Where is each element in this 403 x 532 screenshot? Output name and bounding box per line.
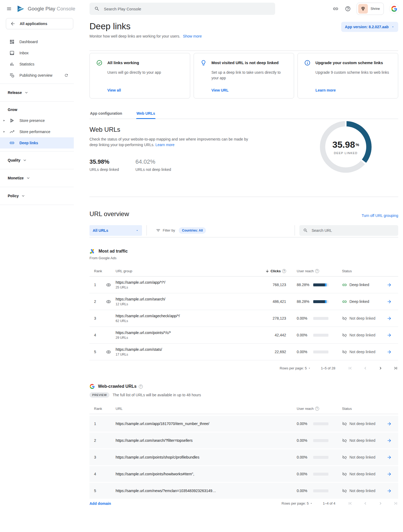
sidebar-item-store-performance[interactable]: Store performance	[0, 126, 74, 137]
refresh-icon[interactable]	[64, 73, 68, 77]
tab-app-configuration[interactable]: App configuration	[89, 109, 123, 119]
status-label: Not deep linked	[349, 350, 375, 354]
rank-value: 4	[89, 472, 116, 476]
user-reach-cell: 88.28%	[286, 299, 329, 304]
user-reach-cell: 88.28%	[286, 283, 329, 287]
web-crawled-table-row: 4 https://sample.url.com/points/howitwor…	[89, 466, 398, 482]
sidebar-section-monetize[interactable]: Monetize	[0, 172, 74, 184]
stat-deep-linked: 35.98% URLs deep linked	[89, 158, 119, 172]
sidebar-item-store-presence[interactable]: Store presence	[0, 115, 74, 126]
all-applications-button[interactable]: All applications	[6, 18, 73, 29]
show-more-link[interactable]: Show more	[183, 34, 202, 38]
url-group-value: https://sample.url.com/points/*/c/*	[116, 331, 217, 335]
stat-label: URLs deep linked	[89, 167, 119, 172]
back-arrow-icon	[10, 21, 15, 26]
app-selector[interactable]: Shrine	[357, 3, 384, 15]
countries-filter-chip[interactable]: Countries: All	[179, 227, 206, 234]
open-url-details-button[interactable]	[385, 453, 393, 461]
sidebar-item-dashboard[interactable]: Dashboard	[0, 36, 74, 47]
visibility-eye-icon[interactable]	[106, 349, 111, 354]
view-url-link[interactable]: View URL	[211, 88, 229, 92]
sidebar-item-statistics[interactable]: Statistics	[0, 59, 74, 70]
not-deep-linked-icon	[342, 316, 347, 321]
next-page-button[interactable]	[378, 366, 383, 371]
sidebar-item-label: Inbox	[19, 51, 29, 55]
user-reach-bar	[313, 473, 328, 476]
open-url-details-button[interactable]	[385, 314, 393, 322]
sidebar-item-deep-links[interactable]: Deep links	[0, 137, 74, 149]
card-title: Upgrade your custom scheme links	[315, 60, 383, 65]
open-url-details-button[interactable]	[385, 298, 393, 306]
sidebar-section-quality[interactable]: Quality	[0, 154, 74, 166]
visibility-eye-cell[interactable]	[106, 349, 116, 354]
url-group-value: https://sample.url.com/stats/	[116, 347, 217, 352]
expand-caret-icon[interactable]	[3, 119, 5, 122]
card-title: All links working	[107, 60, 139, 65]
add-domain-link[interactable]: Add domain	[89, 501, 111, 506]
ad-traffic-table-row: 5 https://sample.url.com/stats/ 17 URLs …	[89, 344, 398, 360]
help-icon[interactable]	[344, 5, 351, 12]
view-all-link[interactable]: View all	[107, 88, 121, 92]
play-console-logo[interactable]: Google Play Console	[17, 5, 75, 12]
rank-value: 4	[89, 333, 106, 337]
open-url-details-button[interactable]	[385, 436, 393, 444]
column-clicks[interactable]: Clicks ?	[265, 269, 286, 273]
visibility-eye-icon[interactable]	[106, 299, 111, 304]
section-label: Monetize	[8, 176, 24, 180]
hamburger-menu-icon[interactable]	[6, 5, 12, 12]
open-url-details-button[interactable]	[385, 331, 393, 339]
url-group-cell: https://sample.url.com/agecheck/app/*/ 6…	[116, 314, 217, 323]
learn-more-link[interactable]: Learn more	[155, 143, 174, 147]
sidebar-section-release[interactable]: Release	[0, 86, 74, 99]
last-page-button[interactable]	[393, 366, 398, 371]
user-reach-value: 0.00%	[297, 333, 311, 337]
visibility-eye-cell[interactable]	[106, 299, 116, 304]
url-search[interactable]	[299, 225, 398, 236]
not-deep-linked-icon	[342, 421, 347, 426]
rows-per-page-dropdown[interactable]: Rows per page: 5	[282, 501, 313, 505]
publishing-overview-icon	[9, 72, 15, 79]
column-rank: Rank	[89, 269, 106, 273]
user-reach-cell: 0.00%	[286, 316, 329, 320]
turn-off-url-grouping-link[interactable]: Turn off URL grouping	[362, 213, 398, 218]
help-circle-icon[interactable]: ?	[315, 407, 319, 411]
open-url-details-button[interactable]	[385, 348, 393, 356]
url-value: https://sample.url.com/points/howitworks…	[116, 472, 217, 476]
url-scope-dropdown[interactable]: All URLs	[89, 225, 142, 236]
user-reach-value: 0.00%	[297, 350, 311, 354]
expand-caret-icon[interactable]	[3, 130, 5, 133]
learn-more-link[interactable]: Learn more	[315, 88, 336, 92]
rank-value: 1	[89, 422, 116, 426]
user-reach-cell: 0.00%	[286, 350, 329, 354]
filter-by-label: Filter by	[163, 228, 175, 232]
sidebar-section-policy[interactable]: Policy	[0, 190, 74, 202]
search-input[interactable]	[103, 6, 270, 11]
open-url-details-button[interactable]	[385, 420, 393, 428]
web-urls-section: Web URLs Check the status of your websit…	[89, 119, 398, 184]
previous-page-button	[363, 366, 368, 371]
help-circle-icon[interactable]: ?	[315, 269, 319, 273]
visibility-eye-cell[interactable]	[106, 282, 116, 287]
tab-web-urls[interactable]: Web URLs	[136, 109, 156, 119]
card-body: Upgrade 9 custom scheme links to web lin…	[315, 70, 392, 75]
sidebar-item-publishing-overview[interactable]: Publishing overview	[0, 70, 74, 81]
get-link-icon[interactable]	[332, 5, 339, 12]
preview-note: The full list of URLs will be available …	[113, 393, 201, 397]
clicks-value: 278,123	[272, 316, 286, 320]
open-url-details-button[interactable]	[385, 487, 393, 495]
open-url-details-button[interactable]	[385, 281, 393, 289]
rows-per-page-dropdown[interactable]: Rows per page: 5	[280, 366, 311, 370]
global-search[interactable]	[89, 3, 275, 15]
url-count-value: 29 URLs	[116, 336, 217, 340]
visibility-eye-icon[interactable]	[106, 282, 111, 287]
help-circle-icon[interactable]: ?	[282, 269, 286, 273]
help-circle-icon[interactable]: ?	[139, 385, 143, 389]
app-version-dropdown[interactable]: App version: 8.2.027.aab	[341, 22, 398, 32]
url-search-input[interactable]	[311, 228, 394, 233]
sidebar-item-inbox[interactable]: Inbox	[0, 47, 74, 59]
deep-linked-icon	[342, 299, 347, 304]
web-crawled-pagination: Rows per page: 5 1–4 of 4	[282, 501, 398, 506]
open-url-details-button[interactable]	[385, 470, 393, 478]
google-account-avatar[interactable]	[389, 4, 399, 14]
column-user-reach: User reach ?	[286, 269, 329, 273]
